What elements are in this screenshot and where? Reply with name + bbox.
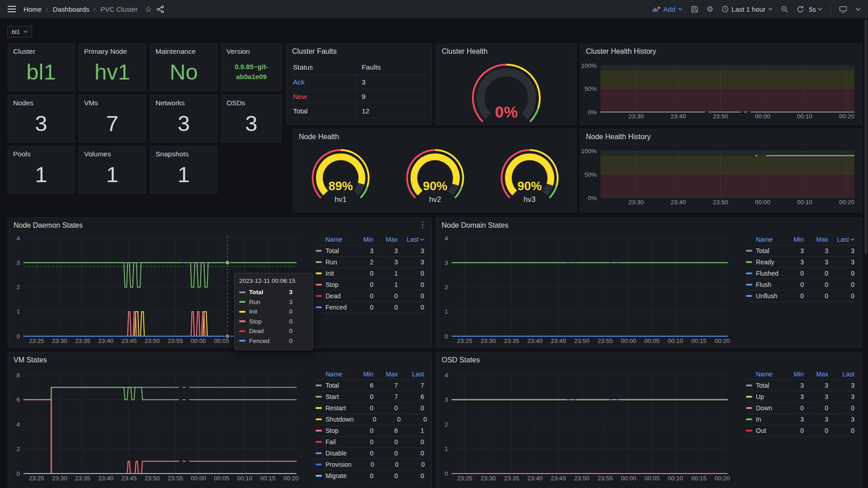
legend-series-down[interactable]: Down <box>746 404 781 412</box>
legend-max-value: 0 <box>804 270 828 277</box>
panel-title[interactable]: VMs <box>84 99 98 107</box>
legend-header-last[interactable]: Last <box>828 236 854 243</box>
timeseries-chart[interactable]: 23:3023:4023:5000:0000:1000:200%50%100% <box>580 44 862 125</box>
panel-title[interactable]: Maintenance <box>156 47 196 56</box>
fault-status-ack[interactable]: Ack <box>292 75 356 89</box>
panel-title[interactable]: Cluster Faults <box>292 47 337 56</box>
faults-col-faults[interactable]: Faults <box>356 63 426 71</box>
panel-title[interactable]: Snapshots <box>156 150 189 158</box>
vertical-scrollbar-thumb[interactable] <box>864 19 868 254</box>
legend-series-run[interactable]: Run <box>316 258 351 266</box>
series-start-line <box>24 387 179 474</box>
legend-header-min[interactable]: Min <box>781 236 804 243</box>
legend-series-total[interactable]: Total <box>746 247 781 254</box>
stat-panel-networks: Networks3 <box>150 95 217 142</box>
add-panel-button[interactable]: Add <box>652 5 683 13</box>
legend-header-name[interactable]: Name <box>746 371 781 378</box>
legend-min-value: 0 <box>351 472 373 479</box>
panel-title[interactable]: Nodes <box>13 99 33 107</box>
fault-status-new[interactable]: New <box>292 89 356 103</box>
legend-series-shutdown[interactable]: Shutdown <box>316 416 354 423</box>
panel-title[interactable]: Pools <box>13 150 31 158</box>
breadcrumb-home[interactable]: Home <box>24 5 42 13</box>
legend-min-value: 0 <box>351 393 373 400</box>
legend-header-max[interactable]: Max <box>804 371 828 378</box>
dashboard-variable-dropdown[interactable]: bl1 <box>7 26 32 38</box>
legend-header-min[interactable]: Min <box>781 371 804 378</box>
legend-series-total[interactable]: Total <box>316 382 351 389</box>
legend-header-max[interactable]: Max <box>804 236 828 243</box>
legend-series-dead[interactable]: Dead <box>316 292 351 300</box>
panel-title[interactable]: Node Daemon States <box>14 221 83 230</box>
nav-more-button[interactable] <box>855 8 861 11</box>
legend-series-label: Down <box>756 404 772 412</box>
hamburger-menu-icon[interactable] <box>7 5 16 13</box>
legend-series-ready[interactable]: Ready <box>746 258 781 266</box>
legend-header-last[interactable]: Last <box>398 236 424 243</box>
time-range-picker[interactable]: Last 1 hour <box>722 5 773 13</box>
panel-title[interactable]: Node Health History <box>586 133 651 141</box>
legend-header-name[interactable]: Name <box>316 236 351 243</box>
panel-title[interactable]: Node Domain States <box>442 221 509 230</box>
refresh-interval-picker[interactable]: 5s <box>809 5 822 13</box>
panel-title[interactable]: Primary Node <box>84 47 127 56</box>
gauge-label: hv3 <box>524 195 536 203</box>
favorite-star-icon[interactable]: ☆ <box>145 5 152 14</box>
panel-title[interactable]: VM States <box>14 356 47 364</box>
legend-series-disable[interactable]: Disable <box>316 450 351 457</box>
legend-series-stop[interactable]: Stop <box>316 281 351 288</box>
legend-header-last[interactable]: Last <box>398 371 424 378</box>
zoom-out-time-button[interactable] <box>781 5 788 13</box>
breadcrumb-dashboards[interactable]: Dashboards <box>53 5 90 13</box>
panel-title[interactable]: Cluster Health <box>442 47 487 56</box>
legend-header-name[interactable]: Name <box>746 236 781 243</box>
legend-series-init[interactable]: Init <box>316 270 351 277</box>
save-dashboard-button[interactable] <box>691 5 698 13</box>
legend-series-total[interactable]: Total <box>746 382 781 389</box>
legend-last-value: 3 <box>828 382 854 389</box>
legend-series-total[interactable]: Total <box>316 247 351 254</box>
dashboard-settings-button[interactable]: ⚙ <box>707 5 713 13</box>
legend-series-in[interactable]: In <box>746 416 781 423</box>
legend-min-value: 0 <box>781 404 804 412</box>
legend-last-value: 0 <box>398 438 424 446</box>
series-color-chip <box>746 396 752 398</box>
legend-series-provision[interactable]: Provision <box>316 461 352 468</box>
legend-series-unflush[interactable]: Unflush <box>746 292 781 300</box>
panel-title[interactable]: Volumes <box>84 150 111 158</box>
legend-header-max[interactable]: Max <box>373 371 398 378</box>
timeseries-chart[interactable]: 23:3023:4023:5000:0000:1000:200%50%100% <box>580 129 862 212</box>
legend-series-fenced[interactable]: Fenced <box>316 304 351 311</box>
panel-title[interactable]: Cluster <box>13 47 35 56</box>
series-color-chip <box>316 284 322 286</box>
legend-series-migrate[interactable]: Migrate <box>316 472 351 479</box>
x-tick-label: 23:35 <box>504 475 519 482</box>
tv-mode-button[interactable] <box>839 5 847 13</box>
legend-header-last[interactable]: Last <box>828 371 854 378</box>
legend-header-max[interactable]: Max <box>373 236 398 243</box>
legend-series-flush[interactable]: Flush <box>746 281 781 288</box>
legend-series-restart[interactable]: Restart <box>316 404 351 412</box>
legend-header-min[interactable]: Min <box>351 371 373 378</box>
legend-series-fail[interactable]: Fail <box>316 438 351 446</box>
legend-series-flushed[interactable]: Flushed <box>746 270 781 277</box>
x-tick-label: 23:40 <box>527 338 542 344</box>
stat-panel-nodes: Nodes3 <box>8 95 75 142</box>
panel-title[interactable]: Networks <box>156 99 185 107</box>
refresh-button[interactable] <box>797 5 804 13</box>
panel-title[interactable]: Version <box>226 47 250 56</box>
legend-series-start[interactable]: Start <box>316 393 351 400</box>
legend-series-up[interactable]: Up <box>746 393 781 400</box>
panel-menu-kebab-icon[interactable]: ⋮ <box>419 220 427 230</box>
panel-title[interactable]: Node Health <box>299 133 339 141</box>
gauge-label: hv2 <box>429 195 441 203</box>
share-icon[interactable] <box>156 5 164 13</box>
panel-title[interactable]: OSDs <box>226 99 245 107</box>
legend-header-min[interactable]: Min <box>351 236 373 243</box>
panel-title[interactable]: OSD States <box>442 356 480 364</box>
legend-header-name[interactable]: Name <box>316 371 351 378</box>
faults-col-status[interactable]: Status <box>292 63 356 71</box>
panel-title[interactable]: Cluster Health History <box>586 47 656 56</box>
legend-series-out[interactable]: Out <box>746 427 781 434</box>
legend-series-stop[interactable]: Stop <box>316 427 351 434</box>
